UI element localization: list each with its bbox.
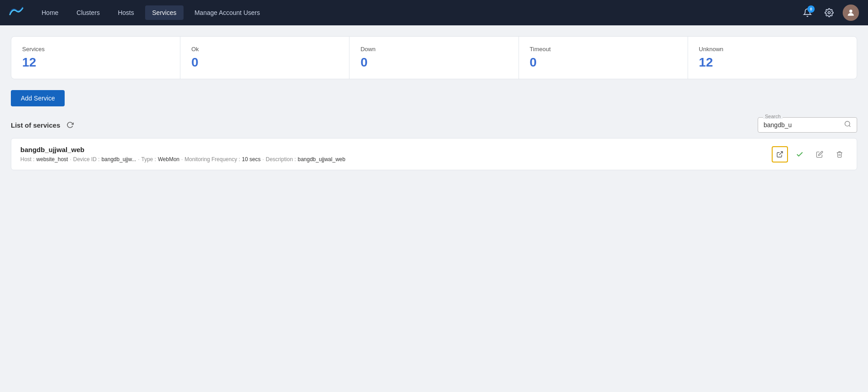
device-id-label: Device ID : bbox=[73, 156, 100, 163]
service-name: bangdb_ujjwal_web bbox=[20, 146, 345, 153]
stat-timeout: Timeout 0 bbox=[519, 37, 688, 79]
logo-icon bbox=[9, 6, 24, 19]
stat-ok-value: 0 bbox=[191, 55, 338, 70]
search-icon bbox=[844, 120, 851, 129]
type-label: Type : bbox=[142, 156, 156, 163]
freq-value: 10 secs bbox=[242, 156, 260, 163]
stats-row: Services 12 Ok 0 Down 0 Timeout 0 Unknow… bbox=[11, 36, 857, 79]
dot-2: · bbox=[138, 156, 139, 163]
nav-hosts[interactable]: Hosts bbox=[111, 5, 142, 20]
search-label: Search bbox=[763, 114, 783, 119]
stat-services-value: 12 bbox=[22, 55, 169, 70]
nav-manage-account[interactable]: Manage Account Users bbox=[187, 5, 267, 20]
settings-button[interactable] bbox=[821, 5, 837, 21]
service-actions bbox=[772, 146, 848, 163]
device-id-value: bangdb_ujjw... bbox=[101, 156, 136, 163]
external-link-button[interactable] bbox=[772, 146, 788, 163]
stat-down: Down 0 bbox=[349, 37, 519, 79]
stat-unknown-label: Unknown bbox=[699, 46, 846, 53]
desc-label: Description : bbox=[266, 156, 296, 163]
nav-clusters[interactable]: Clusters bbox=[69, 5, 107, 20]
check-button[interactable] bbox=[792, 146, 808, 163]
search-input[interactable] bbox=[764, 121, 844, 129]
service-item: bangdb_ujjwal_web Host : website_host · … bbox=[11, 138, 857, 170]
list-title: List of services bbox=[11, 121, 60, 129]
service-meta: Host : website_host · Device ID : bangdb… bbox=[20, 156, 345, 163]
dot-4: · bbox=[262, 156, 264, 163]
stat-down-value: 0 bbox=[360, 55, 507, 70]
svg-point-1 bbox=[849, 10, 853, 13]
svg-point-2 bbox=[845, 121, 850, 126]
navbar: Home Clusters Hosts Services Manage Acco… bbox=[0, 0, 868, 25]
nav-services[interactable]: Services bbox=[145, 5, 184, 20]
type-value: WebMon bbox=[158, 156, 179, 163]
service-info: bangdb_ujjwal_web Host : website_host · … bbox=[20, 146, 345, 163]
user-avatar[interactable] bbox=[843, 5, 859, 21]
host-label: Host : bbox=[20, 156, 34, 163]
svg-point-0 bbox=[828, 12, 830, 14]
svg-line-4 bbox=[779, 152, 783, 155]
add-service-button[interactable]: Add Service bbox=[11, 90, 65, 106]
list-header: List of services Search bbox=[11, 117, 857, 133]
delete-button[interactable] bbox=[831, 146, 848, 163]
dot-3: · bbox=[181, 156, 183, 163]
dot-1: · bbox=[70, 156, 71, 163]
notification-badge: 0 bbox=[807, 5, 815, 13]
navbar-right: 0 bbox=[799, 5, 859, 21]
stat-unknown: Unknown 12 bbox=[688, 37, 857, 79]
stat-timeout-label: Timeout bbox=[530, 46, 677, 53]
host-value: website_host bbox=[36, 156, 68, 163]
stat-services-label: Services bbox=[22, 46, 169, 53]
search-input-wrapper bbox=[758, 117, 857, 133]
main-content: Services 12 Ok 0 Down 0 Timeout 0 Unknow… bbox=[0, 25, 868, 181]
stat-down-label: Down bbox=[360, 46, 507, 53]
search-container: Search bbox=[758, 117, 857, 133]
stat-services: Services 12 bbox=[11, 37, 180, 79]
desc-value: bangdb_ujjwal_web bbox=[297, 156, 345, 163]
svg-line-3 bbox=[849, 125, 850, 127]
nav-home[interactable]: Home bbox=[34, 5, 66, 20]
stat-unknown-value: 12 bbox=[699, 55, 846, 70]
edit-button[interactable] bbox=[811, 146, 828, 163]
stat-ok-label: Ok bbox=[191, 46, 338, 53]
refresh-button[interactable] bbox=[65, 120, 75, 130]
list-title-row: List of services bbox=[11, 120, 75, 130]
stat-ok: Ok 0 bbox=[180, 37, 349, 79]
notifications-button[interactable]: 0 bbox=[799, 5, 816, 21]
freq-label: Monitoring Frequency : bbox=[184, 156, 240, 163]
stat-timeout-value: 0 bbox=[530, 55, 677, 70]
